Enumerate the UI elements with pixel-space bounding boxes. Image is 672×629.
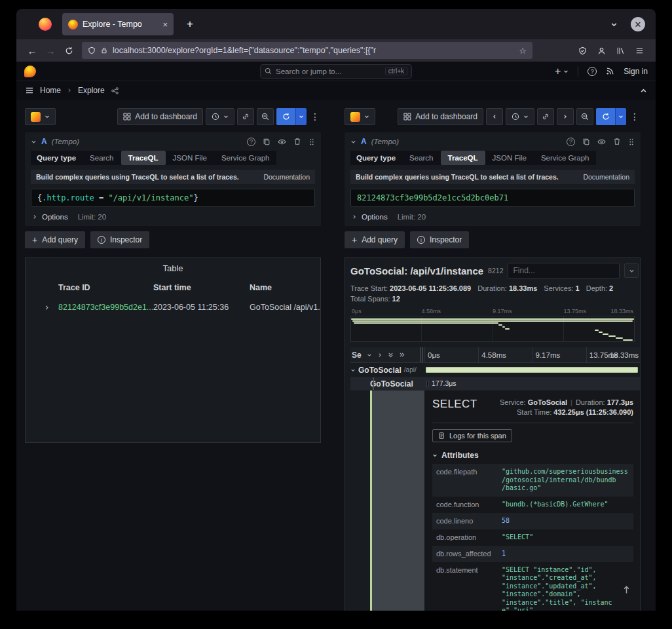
pane-kebab-icon[interactable]: ⋮ [309,111,321,122]
grafana-logo-icon[interactable] [24,66,36,77]
chevron-down-icon[interactable] [367,353,372,358]
span-row-root[interactable]: GoToSocial /api/ [350,363,640,377]
window-close-button[interactable]: ✕ [631,17,645,31]
inspector-button[interactable]: i Inspector [410,231,469,248]
back-icon[interactable]: ← [23,42,41,59]
traceql-code-editor[interactable]: {.http.route = "/api/v1/instance"} [31,189,315,207]
collapse-query-icon[interactable] [350,139,356,145]
documentation-link[interactable]: Documentation [263,173,310,181]
tab-service-graph[interactable]: Service Graph [214,151,277,165]
inspector-button[interactable]: i Inspector [90,231,149,248]
search-input[interactable]: Search or jump to... ctrl+k [260,64,412,79]
shift-time-forward-button[interactable] [557,108,574,125]
trace-minimap[interactable]: 0μs 4.58ms 9.17ms 13.75ms 18.33ms [350,307,635,342]
zoom-out-button[interactable] [576,108,593,125]
add-to-dashboard-button[interactable]: Add to dashboard [398,108,483,125]
new-tab-button[interactable]: + [180,18,200,31]
refresh-icon [596,108,615,125]
protections-icon[interactable] [578,47,587,55]
query-help-icon[interactable]: ? [567,138,575,146]
breadcrumb-home[interactable]: Home [40,86,61,95]
time-picker-button[interactable] [206,108,234,125]
collapse-chrome-icon[interactable] [640,87,647,94]
query-help-icon[interactable]: ? [247,138,255,146]
disable-query-icon[interactable] [597,138,606,146]
tab-json-file[interactable]: JSON File [166,151,214,165]
pane-kebab-icon[interactable]: ⋮ [629,111,641,122]
trace-id-link[interactable]: 82124873cf3e99b5d2e1... [58,303,153,312]
time-picker-button[interactable] [506,108,534,125]
sign-in-button[interactable]: Sign in [624,67,648,76]
shift-time-back-button[interactable] [486,108,503,125]
link-button[interactable] [237,108,254,125]
chevron-down-icon[interactable] [615,108,626,125]
news-rss-icon[interactable] [606,67,614,75]
find-input[interactable] [508,263,620,278]
collapse-query-icon[interactable] [31,139,37,145]
tab-json-file[interactable]: JSON File [485,151,534,165]
add-query-button[interactable]: + Add query [25,231,85,248]
datasource-picker[interactable] [345,108,375,125]
chevron-down-icon[interactable] [350,368,356,373]
attributes-section-header[interactable]: Attributes [432,451,633,460]
library-icon[interactable] [616,47,625,55]
selected-span-bar[interactable] [426,381,429,387]
chevron-right-icon[interactable] [377,353,383,358]
breadcrumb-explore[interactable]: Explore [78,86,105,95]
bookmark-star-icon[interactable]: ☆ [519,46,527,56]
tree-header-label[interactable]: Se [352,351,362,360]
zoom-out-button[interactable] [257,108,274,125]
col-trace-id[interactable]: Trace ID [58,283,153,292]
url-bar[interactable]: localhost:3000/explore?orgId=1&left={"da… [82,42,532,59]
chevron-down-icon[interactable] [295,108,307,125]
scroll-to-top-icon[interactable] [622,584,631,594]
forward-icon[interactable]: → [41,42,60,59]
col-start-time[interactable]: Start time [153,283,250,292]
duplicate-query-icon[interactable] [263,138,271,146]
tab-search[interactable]: Search [83,151,121,165]
query-options-row[interactable]: Options Limit: 20 [345,207,641,221]
tab-traceql[interactable]: TraceQL [441,151,485,165]
logs-for-span-button[interactable]: Logs for this span [432,429,512,442]
tab-traceql[interactable]: TraceQL [121,151,166,165]
disable-query-icon[interactable] [278,138,286,146]
firefox-icon[interactable] [39,18,52,31]
root-span-bar[interactable] [426,367,638,373]
traceql-code-editor[interactable]: 82124873cf3e99b5d2e1cc5d2bc0eb71 [350,189,635,207]
remove-query-icon[interactable] [293,138,301,146]
browser-tab[interactable]: Explore - Tempo × [62,13,174,35]
lock-icon[interactable] [100,47,108,54]
run-query-button[interactable] [276,108,307,125]
account-icon[interactable] [597,47,606,55]
tree-resizer-handle[interactable] [419,347,424,362]
tab-close-icon[interactable]: × [162,20,168,29]
tab-service-graph[interactable]: Service Graph [534,151,597,165]
next-result-button[interactable] [624,263,639,278]
remove-query-icon[interactable] [613,138,621,146]
expand-row-icon[interactable] [26,305,58,311]
reload-icon[interactable] [60,42,78,59]
datasource-picker[interactable] [25,108,56,125]
add-query-button[interactable]: + Add query [345,231,405,248]
add-to-dashboard-button[interactable]: Add to dashboard [117,108,203,125]
minimap-band[interactable] [350,316,635,342]
duplicate-query-icon[interactable] [582,138,590,146]
drag-handle-icon[interactable] [628,138,635,146]
run-query-button[interactable] [596,108,626,125]
collapse-all-icon[interactable] [388,352,394,358]
mega-menu-icon[interactable] [25,86,34,95]
expand-all-icon[interactable] [399,352,405,358]
list-tabs-icon[interactable] [610,21,618,28]
share-icon[interactable] [111,86,119,95]
help-icon[interactable]: ? [588,67,597,76]
documentation-link[interactable]: Documentation [583,173,629,181]
shield-icon[interactable] [88,47,96,54]
span-row-selected[interactable]: GoToSocial 177.3μs [350,377,640,391]
menu-icon[interactable] [635,47,644,55]
add-menu-button[interactable]: + [555,66,569,77]
link-button[interactable] [537,108,554,125]
query-options-row[interactable]: Options Limit: 20 [25,207,321,221]
col-name[interactable]: Name [250,283,320,292]
tab-search[interactable]: Search [402,151,440,165]
drag-handle-icon[interactable] [308,138,315,146]
